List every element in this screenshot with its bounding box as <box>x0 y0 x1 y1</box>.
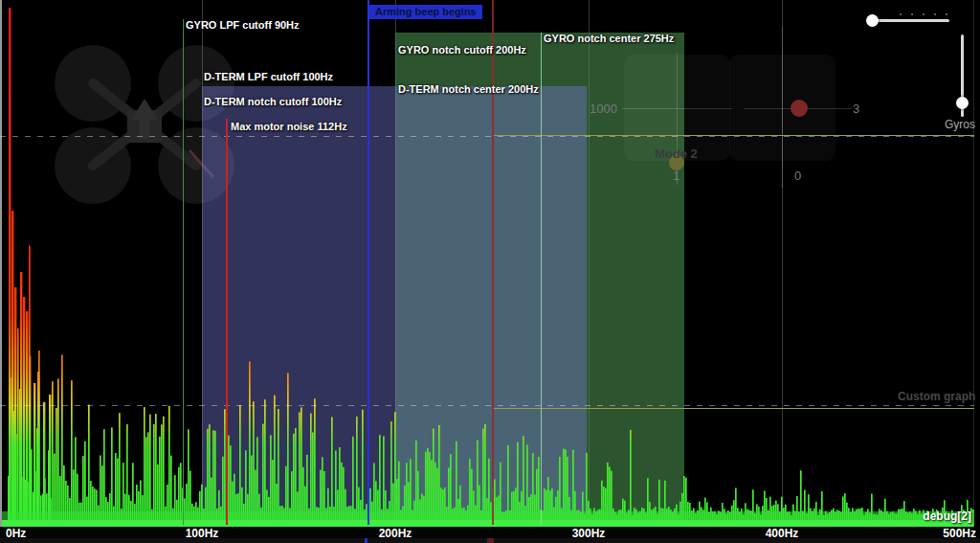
dashed-zero-line <box>0 136 974 137</box>
debug-field-label: debug[2] <box>923 509 971 523</box>
time-cursor-line <box>492 0 494 525</box>
blackbox-explorer-analyser: Arming beep begins 1000 Mode 2 1 3 0 Gyr… <box>0 0 980 543</box>
left-stick-below-value: 1 <box>673 169 679 183</box>
dashed-zero-line <box>0 405 974 406</box>
dterm-lpf-cutoff-label: D-TERM LPF cutoff 100Hz <box>204 71 333 82</box>
right-stick-below-value: 0 <box>794 169 801 183</box>
chart-left-edge <box>0 0 2 527</box>
max-motor-noise-line <box>226 119 228 525</box>
arming-beep-line-line <box>368 0 369 525</box>
slider-tick <box>923 13 924 15</box>
dterm-notch-center-label: D-TERM notch center 200Hz <box>398 83 539 95</box>
gyros-group-label: Gyros <box>945 118 975 131</box>
chart-right-edge <box>973 0 974 527</box>
right-stick-vline <box>782 27 783 188</box>
slider-tick <box>900 13 902 15</box>
gyros-slider-handle[interactable] <box>956 97 969 109</box>
cursor-seek-mark <box>487 538 494 543</box>
slider-tick <box>946 13 947 15</box>
value-trace-line <box>492 135 974 136</box>
custom-graph-label: Custom graph <box>898 390 975 403</box>
frequency-axis: 0Hz100Hz200Hz300Hz400Hz500Hz <box>0 527 980 538</box>
arming-beep-badge: Arming beep begins <box>369 5 482 19</box>
arming-seek-mark <box>365 538 368 543</box>
left-stick-hline <box>622 108 732 109</box>
throttle-value: 1000 <box>590 102 617 116</box>
flight-mode-label: Mode 2 <box>655 147 698 161</box>
gyro-lpf-cutoff-label: GYRO LPF cutoff 90Hz <box>186 19 300 31</box>
right-stick-position-dot <box>791 100 808 117</box>
slider-tick <box>934 13 936 15</box>
right-stick-value: 3 <box>853 102 859 116</box>
dterm-notch-cutoff-label: D-TERM notch cutoff 100Hz <box>204 96 342 107</box>
max-motor-noise-label: Max motor noise 112Hz <box>231 121 347 132</box>
gyro-notch-center-label: GYRO notch center 275Hz <box>544 33 674 44</box>
slider-tick <box>911 13 913 15</box>
value-trace-line <box>492 408 974 409</box>
seek-bar[interactable] <box>0 538 980 543</box>
gyro-notch-center-line <box>541 33 542 525</box>
zoom-slider-handle[interactable] <box>866 14 879 27</box>
gyro-lpf-cutoff-line <box>183 19 184 525</box>
zoom-slider-track[interactable] <box>867 19 949 22</box>
gyro-notch-cutoff-label: GYRO notch cutoff 200Hz <box>398 44 526 56</box>
